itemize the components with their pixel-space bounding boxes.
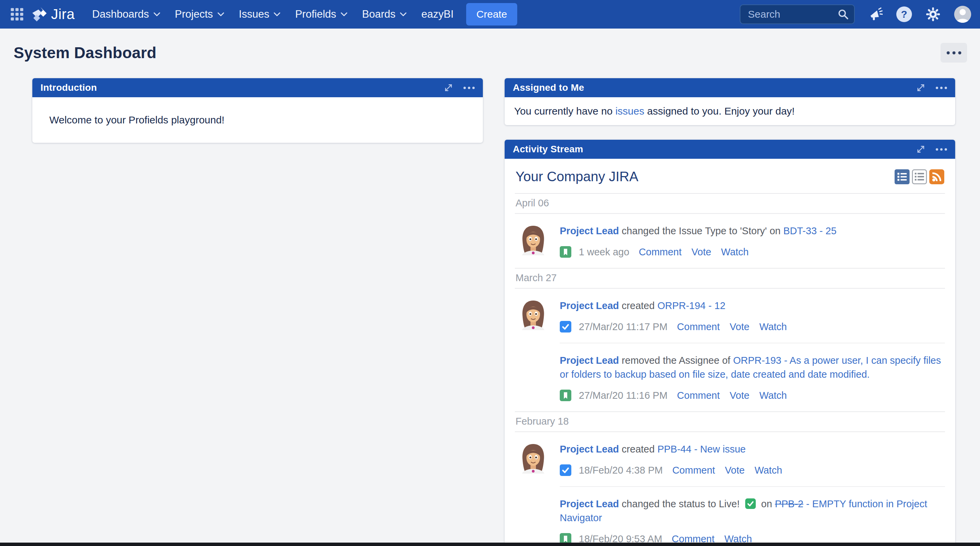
assigned-gadget-body: You currently have no issues assigned to…	[504, 97, 955, 125]
date-separator: April 06	[515, 194, 945, 213]
entry-content: Project Lead created ORPR-194 - 1227/Mar…	[560, 297, 944, 332]
maximize-icon[interactable]	[916, 144, 926, 154]
jira-logo[interactable]: Jira	[31, 6, 75, 22]
dashboard-tools-button[interactable]	[940, 43, 967, 63]
introduction-text: Welcome to your Profields playground!	[49, 114, 224, 126]
search-icon[interactable]	[837, 8, 850, 21]
comment-link[interactable]: Comment	[677, 390, 720, 401]
list-plain-view-icon[interactable]	[912, 169, 927, 184]
nav-item-boards[interactable]: Boards	[355, 0, 414, 29]
entry-text: changed the Issue Type to 'Story' on	[619, 225, 783, 236]
app-switcher-icon[interactable]	[9, 6, 25, 22]
user-link[interactable]: Project Lead	[560, 225, 619, 236]
user-link[interactable]: Project Lead	[560, 300, 619, 311]
gadget-title: Activity Stream	[513, 144, 583, 155]
user-link[interactable]: Project Lead	[560, 498, 619, 509]
issue-link[interactable]: BDT-33 - 25	[783, 225, 837, 236]
view-switcher	[894, 169, 944, 184]
comment-link[interactable]: Comment	[677, 321, 720, 332]
activity-entry: Project Lead created PPB-44 - New issue1…	[515, 432, 945, 486]
primary-navigation: DashboardsProjectsIssuesProfieldsBoardse…	[85, 0, 461, 29]
entry-meta: 1 week agoCommentVoteWatch	[560, 246, 944, 258]
comment-link[interactable]: Comment	[639, 246, 682, 258]
settings-gear-icon[interactable]	[926, 7, 940, 22]
nav-item-dashboards[interactable]: Dashboards	[85, 0, 168, 29]
user-avatar-image[interactable]	[517, 441, 550, 474]
watch-link[interactable]: Watch	[721, 246, 749, 258]
vote-link[interactable]: Vote	[692, 246, 711, 258]
create-button[interactable]: Create	[466, 3, 517, 25]
nav-item-issues[interactable]: Issues	[232, 0, 288, 29]
activity-stream-gadget: Activity Stream Your Company JIRA	[504, 140, 955, 546]
issue-link[interactable]: PPB-44 - New issue	[657, 444, 746, 454]
chevron-down-icon	[399, 12, 407, 17]
maximize-icon[interactable]	[916, 83, 926, 92]
entry-text: removed the Assignee of	[619, 355, 733, 366]
entry-text: created	[619, 300, 657, 311]
gadget-menu-icon[interactable]	[463, 87, 475, 89]
chevron-down-icon	[153, 12, 161, 17]
timestamp: 18/Feb/20 4:38 PM	[579, 465, 663, 476]
user-avatar	[954, 6, 971, 23]
nav-item-projects[interactable]: Projects	[168, 0, 232, 29]
gadget-title: Assigned to Me	[513, 82, 584, 93]
entry-text: changed the status to Live!	[619, 498, 743, 509]
entry-summary: Project Lead changed the status to Live!…	[560, 497, 944, 525]
entry-text: created	[619, 444, 657, 454]
timestamp: 27/Mar/20 11:16 PM	[579, 390, 668, 401]
nav-item-label: Projects	[175, 8, 213, 21]
nav-item-label: Profields	[295, 8, 336, 21]
dashboard-content: Introduction Welcome to your Profields p…	[0, 78, 980, 546]
issue-link-resolved[interactable]: PPB-2	[775, 498, 803, 509]
watch-link[interactable]: Watch	[759, 321, 787, 332]
profile-avatar-button[interactable]	[954, 6, 971, 23]
entry-text: on	[759, 498, 775, 509]
search-input[interactable]	[747, 8, 837, 21]
nav-item-label: Issues	[239, 8, 269, 21]
nav-item-eazybi[interactable]: eazyBI	[414, 0, 461, 29]
entry-content: Project Lead changed the status to Live!…	[560, 496, 944, 544]
assigned-text-before: You currently have no	[514, 105, 615, 117]
maximize-icon[interactable]	[444, 83, 453, 92]
vote-link[interactable]: Vote	[730, 321, 749, 332]
gadget-menu-icon[interactable]	[936, 87, 947, 89]
user-link[interactable]: Project Lead	[560, 355, 619, 366]
page-title: System Dashboard	[14, 43, 156, 62]
avatar-spacer	[517, 496, 550, 544]
issue-link[interactable]: ORPR-194 - 12	[657, 300, 725, 311]
assigned-to-me-gadget: Assigned to Me You currently have no iss…	[504, 78, 955, 125]
jira-logo-text: Jira	[51, 6, 75, 22]
screen-bottom-edge	[0, 543, 980, 546]
watch-link[interactable]: Watch	[759, 390, 787, 401]
cartoon-woman-avatar	[517, 441, 550, 474]
vote-link[interactable]: Vote	[725, 465, 745, 476]
watch-link[interactable]: Watch	[754, 465, 782, 476]
comment-link[interactable]: Comment	[672, 465, 715, 476]
nav-item-label: eazyBI	[421, 8, 453, 21]
activity-source-title: Your Company JIRA	[515, 169, 894, 184]
vote-link[interactable]: Vote	[730, 390, 749, 401]
issues-link[interactable]: issues	[615, 105, 644, 117]
list-detailed-view-icon[interactable]	[894, 169, 910, 184]
activity-gadget-header: Activity Stream	[504, 140, 955, 159]
timestamp: 1 week ago	[579, 246, 629, 258]
entry-summary: Project Lead created PPB-44 - New issue	[560, 442, 944, 456]
nav-item-profields[interactable]: Profields	[288, 0, 355, 29]
story-icon	[560, 246, 571, 258]
feedback-megaphone-icon[interactable]	[869, 7, 883, 21]
user-avatar-image[interactable]	[517, 297, 550, 330]
rss-feed-icon[interactable]	[929, 169, 944, 184]
task-icon	[560, 321, 571, 332]
entry-summary: Project Lead created ORPR-194 - 12	[560, 299, 944, 313]
entry-summary: Project Lead changed the Issue Type to '…	[560, 224, 944, 238]
nav-item-label: Dashboards	[92, 8, 149, 21]
user-avatar-image[interactable]	[517, 223, 550, 256]
gadget-menu-icon[interactable]	[936, 148, 947, 151]
user-link[interactable]: Project Lead	[560, 444, 619, 454]
assigned-text-after: assigned to you. Enjoy your day!	[644, 105, 795, 117]
help-icon[interactable]: ?	[896, 6, 912, 22]
navbar-right-group: ?	[740, 5, 971, 24]
introduction-gadget-body: Welcome to your Profields playground!	[32, 97, 483, 143]
date-separator: February 18	[515, 412, 945, 432]
activity-gadget-body: Your Company JIRA	[504, 159, 955, 546]
